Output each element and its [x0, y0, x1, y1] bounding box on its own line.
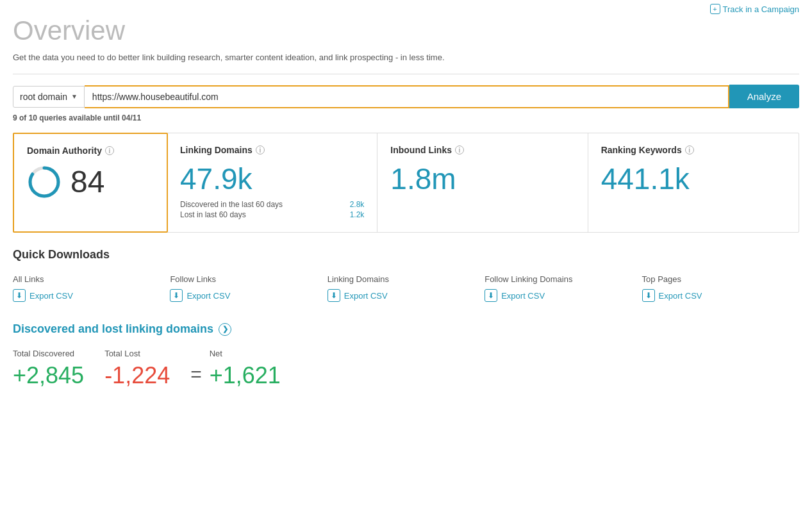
- net-label: Net: [210, 349, 281, 358]
- export-all-links-label: Export CSV: [29, 291, 73, 301]
- download-follow-linking-domains-label: Follow Linking Domains: [485, 274, 642, 284]
- download-top-pages: Top Pages ⬇ Export CSV: [642, 272, 799, 304]
- track-campaign-label: Track in a Campaign: [723, 4, 799, 14]
- export-follow-linking-domains-button[interactable]: ⬇ Export CSV: [485, 289, 642, 302]
- page-title: Overview: [13, 15, 445, 46]
- export-top-pages-button[interactable]: ⬇ Export CSV: [642, 289, 799, 302]
- domain-type-label: root domain: [20, 92, 67, 102]
- export-linking-domains-label: Export CSV: [344, 291, 388, 301]
- domain-authority-value: 84: [70, 167, 104, 197]
- download-top-pages-label: Top Pages: [642, 274, 799, 284]
- track-campaign-link[interactable]: + Track in a Campaign: [710, 4, 799, 14]
- download-linking-domains: Linking Domains ⬇ Export CSV: [327, 272, 485, 304]
- chevron-down-icon: ▼: [71, 93, 78, 100]
- url-input[interactable]: [85, 85, 729, 108]
- domain-type-selector[interactable]: root domain ▼: [13, 86, 85, 108]
- domain-authority-label: Domain Authority i: [27, 145, 154, 156]
- discovered-lost-stats: Total Discovered +2,845 Total Lost -1,22…: [13, 349, 799, 389]
- downloads-grid: All Links ⬇ Export CSV Follow Links ⬇ Ex…: [13, 272, 799, 304]
- ranking-keywords-value: 441.1k: [601, 164, 786, 194]
- plus-icon: +: [710, 4, 720, 14]
- inbound-links-cell: Inbound Links i 1.8m: [377, 133, 588, 232]
- download-icon: ⬇: [170, 289, 183, 302]
- export-follow-links-button[interactable]: ⬇ Export CSV: [170, 289, 327, 302]
- discovered-lost-title: Discovered and lost linking domains ❯: [13, 322, 799, 336]
- inbound-links-label: Inbound Links i: [390, 145, 574, 155]
- analyze-button[interactable]: Analyze: [729, 85, 799, 108]
- inbound-links-info-icon[interactable]: i: [455, 145, 464, 154]
- ranking-keywords-info-icon[interactable]: i: [685, 145, 694, 154]
- ranking-keywords-label: Ranking Keywords i: [601, 145, 786, 155]
- download-all-links-label: All Links: [13, 274, 170, 284]
- total-discovered-block: Total Discovered +2,845: [13, 349, 84, 389]
- export-all-links-button[interactable]: ⬇ Export CSV: [13, 289, 170, 302]
- download-icon: ⬇: [13, 289, 26, 302]
- download-linking-domains-label: Linking Domains: [327, 274, 485, 284]
- ranking-keywords-cell: Ranking Keywords i 441.1k: [588, 133, 799, 232]
- queries-note: 9 of 10 queries available until 04/11: [13, 113, 799, 122]
- total-lost-block: Total Lost -1,224: [104, 349, 170, 389]
- net-block: Net +1,621: [210, 349, 281, 389]
- linking-domains-info-icon[interactable]: i: [256, 145, 265, 154]
- download-follow-links: Follow Links ⬇ Export CSV: [170, 272, 327, 304]
- linking-domains-label: Linking Domains i: [180, 145, 364, 155]
- equals-sign: =: [190, 363, 202, 385]
- header-divider: [13, 74, 799, 74]
- download-icon: ⬇: [485, 289, 497, 302]
- domain-authority-circle: [27, 165, 62, 199]
- inbound-links-value: 1.8m: [390, 164, 574, 194]
- metrics-grid: Domain Authority i 84 Linking Domains i …: [13, 133, 799, 233]
- download-follow-links-label: Follow Links: [170, 274, 327, 284]
- export-follow-linking-domains-label: Export CSV: [501, 291, 545, 301]
- download-icon: ⬇: [642, 289, 655, 302]
- total-lost-label: Total Lost: [104, 349, 170, 358]
- quick-downloads-title: Quick Downloads: [13, 248, 799, 262]
- search-bar: root domain ▼ Analyze: [13, 85, 799, 108]
- export-linking-domains-button[interactable]: ⬇ Export CSV: [327, 289, 485, 302]
- linking-domains-value: 47.9k: [180, 164, 364, 194]
- linking-domains-sub-metrics: Discovered in the last 60 days 2.8k Lost…: [180, 200, 364, 219]
- total-lost-value: -1,224: [104, 362, 170, 389]
- total-discovered-value: +2,845: [13, 362, 84, 389]
- domain-authority-cell: Domain Authority i 84: [13, 133, 168, 233]
- domain-authority-info-icon[interactable]: i: [105, 146, 114, 155]
- download-icon: ⬇: [327, 289, 340, 302]
- total-discovered-label: Total Discovered: [13, 349, 84, 358]
- net-value: +1,621: [210, 362, 281, 389]
- download-all-links: All Links ⬇ Export CSV: [13, 272, 170, 304]
- circle-arrow-icon[interactable]: ❯: [219, 323, 231, 336]
- export-follow-links-label: Export CSV: [186, 291, 230, 301]
- page-subtitle: Get the data you need to do better link …: [13, 53, 445, 62]
- linking-domains-cell: Linking Domains i 47.9k Discovered in th…: [167, 133, 377, 232]
- export-top-pages-label: Export CSV: [659, 291, 702, 301]
- download-follow-linking-domains: Follow Linking Domains ⬇ Export CSV: [485, 272, 642, 304]
